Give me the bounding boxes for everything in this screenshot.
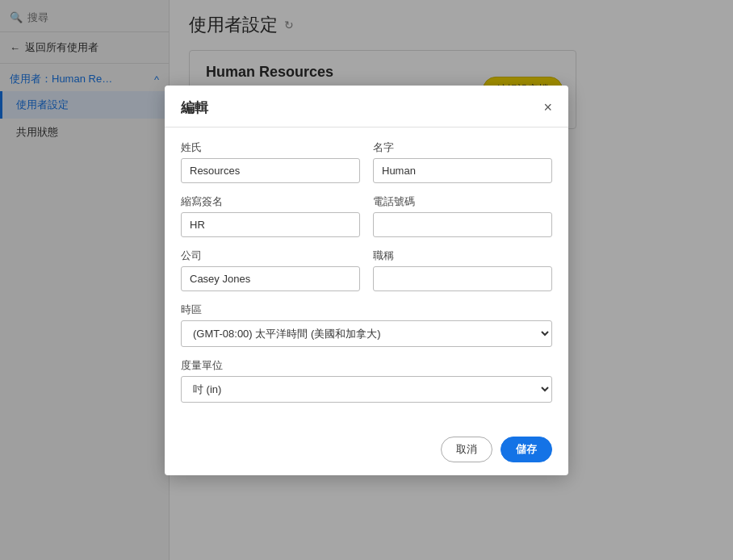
- timezone-select[interactable]: (GMT-08:00) 太平洋時間 (美國和加拿大) (GMT-05:00) 東…: [181, 320, 552, 347]
- title-input[interactable]: [373, 266, 552, 291]
- last-name-input[interactable]: [181, 158, 360, 183]
- edit-modal: 編輯 × 姓氏 名字 縮寫簽名: [170, 86, 568, 475]
- unit-select[interactable]: 吋 (in) 公釐 (mm) 公分 (cm): [181, 376, 552, 403]
- timezone-label: 時區: [181, 303, 552, 317]
- name-row: 姓氏 名字: [181, 140, 552, 183]
- unit-label: 度量單位: [181, 358, 552, 373]
- timezone-group: 時區 (GMT-08:00) 太平洋時間 (美國和加拿大) (GMT-05:00…: [181, 303, 552, 347]
- first-name-input[interactable]: [373, 158, 552, 183]
- main-content: 使用者設定 ↻ Human Resources myhrdocs@echosig…: [170, 0, 733, 560]
- initials-phone-row: 縮寫簽名 電話號碼: [181, 194, 552, 237]
- modal-overlay: 編輯 × 姓氏 名字 縮寫簽名: [170, 0, 733, 560]
- save-button[interactable]: 儲存: [501, 437, 552, 462]
- company-title-row: 公司 職稱: [181, 249, 552, 291]
- last-name-label: 姓氏: [181, 140, 360, 155]
- phone-group: 電話號碼: [373, 194, 552, 237]
- first-name-group: 名字: [373, 140, 552, 183]
- unit-group: 度量單位 吋 (in) 公釐 (mm) 公分 (cm): [181, 358, 552, 403]
- cancel-button[interactable]: 取消: [441, 437, 492, 462]
- modal-footer: 取消 儲存: [170, 427, 568, 475]
- modal-header: 編輯 ×: [170, 86, 568, 127]
- phone-input[interactable]: [373, 212, 552, 237]
- modal-body: 姓氏 名字 縮寫簽名 電話號碼: [170, 127, 568, 427]
- modal-title: 編輯: [181, 98, 208, 117]
- company-group: 公司: [181, 249, 360, 291]
- modal-close-button[interactable]: ×: [543, 100, 552, 115]
- last-name-group: 姓氏: [181, 140, 360, 183]
- initials-input[interactable]: [181, 212, 360, 237]
- title-group: 職稱: [373, 249, 552, 291]
- initials-group: 縮寫簽名: [181, 194, 360, 237]
- phone-label: 電話號碼: [373, 194, 552, 209]
- initials-label: 縮寫簽名: [181, 194, 360, 209]
- company-label: 公司: [181, 249, 360, 263]
- first-name-label: 名字: [373, 140, 552, 155]
- company-input[interactable]: [181, 266, 360, 291]
- title-label: 職稱: [373, 249, 552, 263]
